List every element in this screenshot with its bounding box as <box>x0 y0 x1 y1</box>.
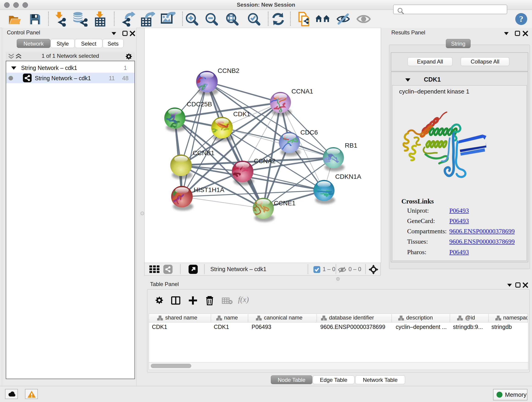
svg-text:CCNB1: CCNB1 <box>193 149 215 157</box>
svg-text:CDK1: CDK1 <box>233 110 250 118</box>
svg-text:CCNA2: CCNA2 <box>254 157 276 165</box>
svg-text:HIST1H1A: HIST1H1A <box>194 186 224 193</box>
svg-text:CDC6: CDC6 <box>300 129 318 136</box>
svg-text:CDC25B: CDC25B <box>187 101 212 108</box>
svg-text:CCNE1: CCNE1 <box>274 200 296 207</box>
svg-text:CCNB2: CCNB2 <box>218 67 239 74</box>
svg-text:RB1: RB1 <box>345 142 357 149</box>
svg-text:CDKN1A: CDKN1A <box>335 173 361 180</box>
svg-text:CCNA1: CCNA1 <box>291 88 313 95</box>
svg-text:?: ? <box>519 14 523 24</box>
